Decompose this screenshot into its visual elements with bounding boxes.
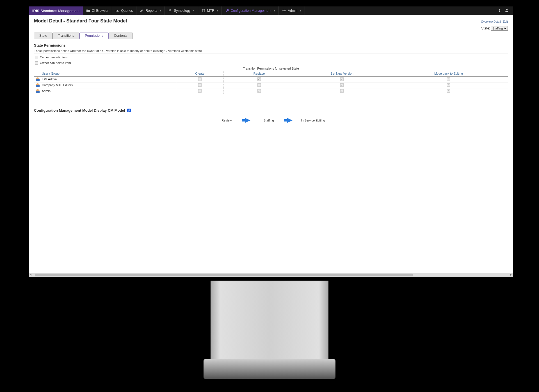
create-checkbox[interactable] <box>198 89 202 93</box>
cm-model-display-checkbox[interactable] <box>127 109 131 112</box>
folder-icon <box>86 9 90 13</box>
nav-label: Admin <box>288 9 297 13</box>
usergroup-cell: Company MTF Editors <box>34 82 176 88</box>
person-icon <box>36 83 40 87</box>
state-permissions-heading: State Permissions <box>34 43 508 47</box>
nav-ci-browser[interactable]: CI Browser <box>83 6 112 15</box>
nav-reports[interactable]: Reports▾ <box>136 6 165 15</box>
setnew-checkbox[interactable] <box>340 77 344 81</box>
setnew-cell <box>294 88 389 94</box>
person-icon <box>36 77 40 81</box>
replace-cell <box>223 88 294 94</box>
tab-permissions[interactable]: Permissions <box>79 33 108 39</box>
moveback-checkbox[interactable] <box>447 77 450 81</box>
create-checkbox[interactable] <box>198 77 202 81</box>
owner-delete-label: Owner can delete Item <box>40 61 71 65</box>
state-selector-row: State: Staffing <box>34 26 508 31</box>
nav-admin[interactable]: Admin▾ <box>279 6 305 15</box>
scroll-thumb[interactable] <box>35 274 413 276</box>
owner-edit-label: Owner can edit Item <box>40 56 67 59</box>
person-icon <box>36 89 40 93</box>
replace-cell <box>223 82 294 88</box>
transition-permissions-caption: Transition Permissions for selected Stat… <box>34 67 508 70</box>
owner-delete-row: Owner can delete Item <box>35 61 508 65</box>
replace-checkbox[interactable] <box>257 89 261 93</box>
nav-spacer <box>305 6 494 15</box>
svg-point-3 <box>284 10 285 11</box>
nav-configuration-management[interactable]: Configuration Management▾ <box>222 6 279 15</box>
owner-edit-checkbox[interactable] <box>35 56 38 59</box>
tab-state[interactable]: State <box>34 33 52 39</box>
moveback-cell <box>389 77 508 82</box>
brand-bold: IRIS <box>32 9 39 13</box>
nav-mtf[interactable]: MTF▾ <box>198 6 222 15</box>
monitor-stand-neck <box>211 281 328 362</box>
arrow-right-icon <box>287 118 293 123</box>
moveback-checkbox[interactable] <box>447 83 450 87</box>
flow-state-staffing: Staffing <box>259 119 278 122</box>
setnew-cell <box>294 77 389 82</box>
top-nav: IRIS Standards Management CI BrowserQuer… <box>29 6 513 15</box>
usergroup-cell: Admin <box>34 88 176 94</box>
state-permissions-desc: These permissions define whether the own… <box>34 49 508 54</box>
brand: IRIS Standards Management <box>29 6 83 15</box>
help-icon[interactable]: ? <box>499 9 501 13</box>
flow-state-review: Review <box>217 119 236 122</box>
replace-checkbox[interactable] <box>257 83 261 87</box>
col-create[interactable]: Create <box>176 71 223 77</box>
user-icon[interactable] <box>504 8 509 13</box>
svg-point-0 <box>116 10 117 12</box>
edit-icon <box>140 9 144 13</box>
nav-label: MTF <box>207 9 214 13</box>
usergroup-name: Company MTF Editors <box>42 83 73 87</box>
horizontal-scrollbar[interactable]: ◄ ► <box>29 273 513 277</box>
setnew-checkbox[interactable] <box>340 83 344 87</box>
nav-label: Configuration Management <box>231 9 271 13</box>
moveback-cell <box>389 82 508 88</box>
content-area: Model Detail - Standard Four State Model… <box>29 15 513 123</box>
col-replace[interactable]: Replace <box>223 71 294 77</box>
replace-cell <box>223 77 294 82</box>
col-usergroup[interactable]: User / Group <box>34 71 176 77</box>
table-row: Admin <box>34 88 508 94</box>
setnew-checkbox[interactable] <box>340 89 344 93</box>
scroll-right-icon[interactable]: ► <box>510 273 513 277</box>
page-title: Model Detail - Standard Four State Model <box>34 18 127 24</box>
create-checkbox[interactable] <box>198 83 202 87</box>
moveback-checkbox[interactable] <box>447 89 450 93</box>
tab-transitions[interactable]: Transitions <box>52 33 79 39</box>
flow-row: ReviewStaffingIn Service Editing <box>34 114 508 123</box>
setnew-cell <box>294 82 389 88</box>
monitor-frame: IRIS Standards Management CI BrowserQuer… <box>27 4 515 279</box>
chevron-down-icon: ▾ <box>193 9 195 12</box>
cm-model-display-heading: Configuration Management Model Display C… <box>34 108 508 114</box>
permissions-table: User / Group Create Replace Set New Vers… <box>34 71 508 94</box>
overview-detail-link[interactable]: Overview Detail <box>481 20 501 23</box>
nav-symbology[interactable]: Symbology▾ <box>165 6 198 15</box>
edit-link[interactable]: Edit <box>503 20 508 23</box>
chevron-down-icon: ▾ <box>300 9 301 12</box>
tabs: StateTransitionsPermissionsContents <box>34 32 508 39</box>
col-setnew[interactable]: Set New Version <box>294 71 389 77</box>
state-label: State: <box>481 26 490 30</box>
svg-rect-2 <box>202 9 205 12</box>
replace-checkbox[interactable] <box>257 77 261 81</box>
cm-model-display-label: Configuration Management Model Display C… <box>34 108 125 113</box>
table-row: Company MTF Editors <box>34 82 508 88</box>
col-moveback[interactable]: Move back to Editing <box>389 71 508 77</box>
tab-contents[interactable]: Contents <box>109 33 133 39</box>
nav-label: CI Browser <box>92 9 108 13</box>
state-select[interactable]: Staffing <box>491 26 508 31</box>
table-row: ISM Admin <box>34 77 508 82</box>
doc-icon <box>202 9 205 13</box>
scroll-left-icon[interactable]: ◄ <box>29 273 32 277</box>
chevron-down-icon: ▾ <box>217 9 218 12</box>
nav-queries[interactable]: Queries <box>112 6 136 15</box>
usergroup-name: Admin <box>42 89 51 93</box>
binoculars-icon <box>115 9 119 13</box>
flag-icon <box>168 9 172 13</box>
arrow-right-icon <box>245 118 250 123</box>
moveback-cell <box>389 88 508 94</box>
owner-delete-checkbox[interactable] <box>35 61 38 65</box>
chevron-down-icon: ▾ <box>274 9 275 12</box>
